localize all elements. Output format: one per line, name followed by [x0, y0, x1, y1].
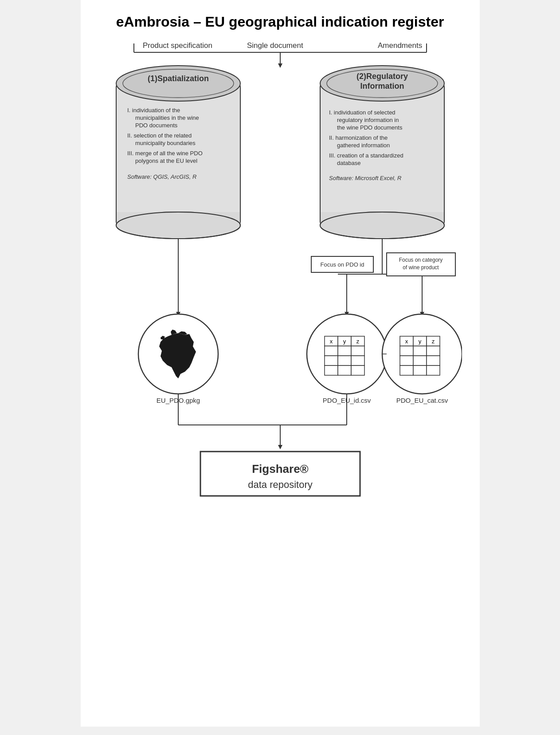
svg-text:(2)Regulatory: (2)Regulatory	[356, 72, 407, 81]
svg-text:polygons at the EU level: polygons at the EU level	[135, 157, 197, 164]
svg-text:Single document: Single document	[247, 41, 303, 50]
svg-text:z: z	[431, 338, 435, 345]
svg-rect-61	[325, 346, 338, 356]
svg-rect-86	[427, 366, 440, 375]
diagram-svg: Product specification Single document Am…	[98, 39, 462, 704]
svg-text:I.    individuation of selecte: I. individuation of selected	[329, 109, 396, 116]
svg-text:y: y	[418, 338, 421, 345]
svg-rect-82	[413, 356, 427, 366]
svg-rect-67	[325, 366, 338, 375]
svg-text:(1)Spatialization: (1)Spatialization	[147, 74, 208, 83]
svg-rect-66	[351, 356, 364, 366]
svg-text:Focus on PDO id: Focus on PDO id	[320, 261, 364, 268]
svg-rect-64	[325, 356, 338, 366]
svg-text:x: x	[329, 338, 333, 345]
svg-rect-65	[338, 356, 351, 366]
svg-text:Amendments: Amendments	[378, 41, 422, 50]
svg-text:Product specification: Product specification	[143, 41, 212, 50]
svg-text:of wine product: of wine product	[403, 264, 439, 271]
svg-text:Figshare®: Figshare®	[252, 462, 309, 476]
svg-marker-4	[278, 63, 282, 68]
svg-rect-68	[338, 366, 351, 375]
svg-rect-63	[351, 346, 364, 356]
svg-text:x: x	[405, 338, 408, 345]
svg-text:II.   selection of the related: II. selection of the related	[127, 132, 192, 139]
svg-text:III.  creation of a standardiz: III. creation of a standardized	[329, 152, 403, 159]
svg-marker-94	[278, 445, 282, 449]
svg-rect-81	[400, 356, 413, 366]
svg-text:the wine PDO documents: the wine PDO documents	[337, 124, 403, 131]
svg-rect-12	[117, 212, 240, 228]
svg-rect-27	[321, 212, 444, 228]
svg-text:II.   harmonization of the: II. harmonization of the	[329, 134, 388, 141]
svg-point-9	[116, 66, 240, 101]
svg-text:Information: Information	[360, 82, 404, 90]
svg-rect-78	[400, 346, 413, 356]
svg-rect-79	[413, 346, 427, 356]
svg-text:y: y	[343, 338, 346, 345]
svg-rect-84	[400, 366, 413, 375]
svg-text:municipality boundaries: municipality boundaries	[135, 140, 196, 146]
svg-text:I.    individuation of the: I. individuation of the	[127, 107, 180, 114]
svg-text:data repository: data repository	[248, 479, 313, 490]
svg-text:z: z	[356, 338, 359, 345]
svg-text:III.  merge of all the wine PD: III. merge of all the wine PDO	[127, 150, 203, 157]
svg-text:municipalities in the wine: municipalities in the wine	[135, 114, 199, 121]
svg-rect-83	[427, 356, 440, 366]
main-title: eAmbrosia – EU geographical indication r…	[98, 13, 462, 30]
svg-text:database: database	[337, 160, 361, 166]
svg-text:gathered information: gathered information	[337, 142, 390, 149]
page: eAmbrosia – EU geographical indication r…	[81, 0, 480, 727]
svg-text:Software: QGIS, ArcGIS, R: Software: QGIS, ArcGIS, R	[127, 173, 196, 180]
svg-text:PDO documents: PDO documents	[135, 122, 178, 129]
svg-rect-80	[427, 346, 440, 356]
svg-text:Focus on category: Focus on category	[399, 257, 443, 263]
svg-rect-85	[413, 366, 427, 375]
svg-text:Software: Microsoft Excel, R: Software: Microsoft Excel, R	[329, 175, 401, 181]
svg-text:regulatory information in: regulatory information in	[337, 117, 399, 123]
svg-rect-62	[338, 346, 351, 356]
svg-rect-69	[351, 366, 364, 375]
svg-text:PDO_EU_cat.csv: PDO_EU_cat.csv	[396, 397, 448, 404]
